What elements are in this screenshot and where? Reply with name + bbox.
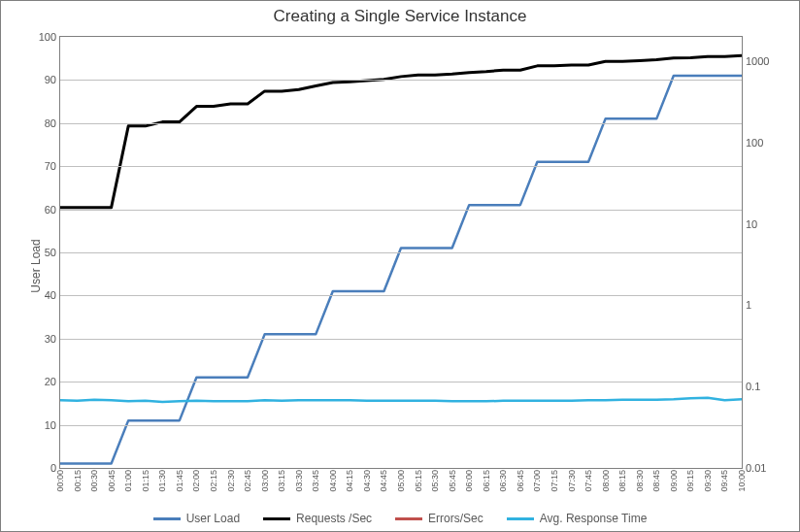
x-tick-label: 08:15 xyxy=(617,470,627,492)
gridline xyxy=(60,252,742,253)
y-tick-left: 90 xyxy=(33,74,60,85)
x-tick-label: 02:00 xyxy=(191,470,201,492)
y-tick-right: 10 xyxy=(742,218,775,230)
gridline xyxy=(60,210,742,211)
y-tick-right: 0.1 xyxy=(742,381,775,392)
x-tick-label: 06:45 xyxy=(516,470,525,492)
x-tick-label: 00:15 xyxy=(73,470,83,492)
x-tick-label: 05:00 xyxy=(396,470,406,492)
y-tick-left: 100 xyxy=(33,31,60,43)
x-tick-label: 09:45 xyxy=(719,470,729,492)
legend-item: Avg. Response Time xyxy=(507,512,648,525)
plot-area: 00:0000:1500:3000:4501:0001:1501:3001:45… xyxy=(59,36,743,469)
legend-label: Requests /Sec xyxy=(296,512,372,525)
y-tick-left: 0 xyxy=(33,462,60,474)
y-tick-left: 70 xyxy=(33,160,60,172)
y-tick-right: 100 xyxy=(742,137,775,149)
y-tick-left: 10 xyxy=(33,419,60,431)
gridline xyxy=(60,80,742,81)
x-tick-label: 08:45 xyxy=(651,470,661,492)
legend-label: Avg. Response Time xyxy=(540,512,648,525)
x-tick-label: 03:45 xyxy=(311,470,320,492)
x-tick-label: 01:00 xyxy=(123,470,133,492)
x-axis-ticks: 00:0000:1500:3000:4501:0001:1501:3001:45… xyxy=(60,468,742,507)
x-tick-label: 04:00 xyxy=(328,470,338,492)
gridline xyxy=(60,295,742,296)
x-tick-label: 05:45 xyxy=(448,470,457,492)
y-tick-left: 20 xyxy=(33,376,60,387)
legend-label: Errors/Sec xyxy=(428,512,483,525)
x-tick-label: 06:30 xyxy=(498,470,508,492)
x-tick-label: 00:30 xyxy=(89,470,99,492)
y-tick-right: 0.01 xyxy=(742,462,775,474)
legend-item: Errors/Sec xyxy=(395,512,483,525)
legend-item: Requests /Sec xyxy=(263,512,372,525)
x-tick-label: 07:15 xyxy=(550,470,559,492)
y-tick-right: 1000 xyxy=(742,55,775,67)
gridline xyxy=(60,339,742,340)
x-tick-label: 07:00 xyxy=(532,470,542,492)
y-tick-left: 30 xyxy=(33,333,60,345)
x-tick-label: 09:15 xyxy=(685,470,695,492)
series-line xyxy=(60,55,742,207)
legend-label: User Load xyxy=(186,512,240,525)
legend-swatch xyxy=(153,517,181,520)
x-tick-label: 05:15 xyxy=(414,470,423,492)
x-tick-label: 01:15 xyxy=(141,470,150,492)
x-tick-label: 03:15 xyxy=(277,470,286,492)
legend-swatch xyxy=(395,517,422,520)
x-tick-label: 09:00 xyxy=(669,470,679,492)
x-tick-label: 01:45 xyxy=(175,470,184,492)
chart-title: Creating a Single Service Instance xyxy=(1,7,799,26)
x-tick-label: 09:30 xyxy=(703,470,713,492)
series-line xyxy=(60,76,742,464)
legend-item: User Load xyxy=(153,512,240,525)
legend: User LoadRequests /SecErrors/SecAvg. Res… xyxy=(1,512,799,525)
x-tick-label: 08:00 xyxy=(601,470,611,492)
x-tick-label: 06:00 xyxy=(464,470,474,492)
series-line xyxy=(60,398,742,402)
x-tick-label: 02:15 xyxy=(209,470,218,492)
x-tick-label: 01:30 xyxy=(157,470,167,492)
x-tick-label: 03:00 xyxy=(260,470,270,492)
x-tick-label: 07:45 xyxy=(583,470,593,492)
gridline xyxy=(60,166,742,167)
legend-swatch xyxy=(507,517,534,520)
y-tick-right: 1 xyxy=(742,299,775,311)
y-tick-left: 60 xyxy=(33,204,60,216)
x-tick-label: 04:30 xyxy=(362,470,372,492)
x-tick-label: 02:45 xyxy=(243,470,252,492)
gridline xyxy=(60,123,742,124)
gridline xyxy=(60,382,742,382)
legend-swatch xyxy=(263,517,290,520)
x-tick-label: 08:30 xyxy=(635,470,645,492)
y-tick-left: 80 xyxy=(33,117,60,129)
y-tick-left: 40 xyxy=(33,289,60,301)
x-tick-label: 06:15 xyxy=(482,470,491,492)
x-tick-label: 04:45 xyxy=(379,470,388,492)
gridline xyxy=(60,425,742,426)
x-tick-label: 02:30 xyxy=(226,470,236,492)
x-tick-label: 04:15 xyxy=(345,470,354,492)
y-tick-left: 50 xyxy=(33,247,60,258)
x-tick-label: 03:30 xyxy=(294,470,304,492)
x-tick-label: 07:30 xyxy=(567,470,577,492)
chart-container: Creating a Single Service Instance User … xyxy=(0,0,800,532)
x-tick-label: 00:45 xyxy=(107,470,117,492)
x-tick-label: 05:30 xyxy=(430,470,440,492)
